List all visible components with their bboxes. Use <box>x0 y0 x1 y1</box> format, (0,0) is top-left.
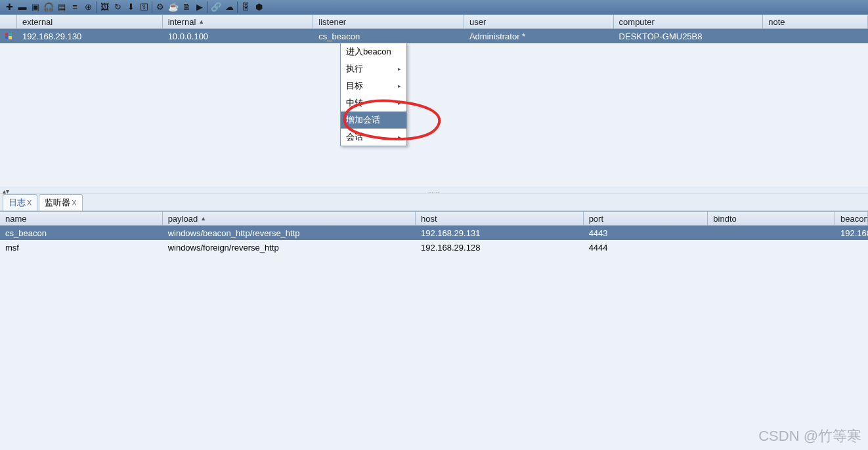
cell-name: msf <box>0 241 163 254</box>
tab-listeners[interactable]: 监听器X <box>39 194 82 211</box>
cell-payload: windows/foreign/reverse_http <box>163 241 416 254</box>
col-bindto[interactable]: bindto <box>708 212 835 225</box>
main-toolbar: ✚ ▬ ▣ 🎧 ▤ ≡ ⊕ 🖼 ↻ ⬇ ⚿ ⚙ ☕ 🗎 ▶ 🔗 ☁ 🗄 ⬢ <box>0 0 868 14</box>
cell-name: cs_beacon <box>0 227 163 239</box>
sessions-header: external internal▲ listener user compute… <box>0 14 868 29</box>
link-icon[interactable]: 🔗 <box>209 1 223 14</box>
cell-computer: DESKTOP-GMU25B8 <box>614 30 764 43</box>
session-context-menu: 进入beacon 执行▸ 目标▸ 中转▸ 增加会话 会话▸ <box>340 43 407 146</box>
col-note[interactable]: note <box>763 15 868 28</box>
bars-icon[interactable]: ≡ <box>68 1 81 14</box>
sort-asc-icon: ▲ <box>198 18 204 25</box>
ctx-enter-beacon[interactable]: 进入beacon <box>341 43 406 60</box>
headphone-icon[interactable]: 🎧 <box>42 1 55 14</box>
image-icon[interactable]: 🖼 <box>98 1 111 14</box>
svg-rect-1 <box>9 33 12 35</box>
square-icon[interactable]: ▣ <box>29 1 42 14</box>
chevron-icon[interactable]: ▴▾ <box>3 188 9 195</box>
download-icon[interactable]: ⬇ <box>124 1 137 14</box>
cell-port: 4443 <box>584 227 708 239</box>
cell-external: 192.168.29.130 <box>17 30 163 43</box>
listeners-table[interactable]: cs_beacon windows/beacon_http/reverse_ht… <box>0 226 868 450</box>
document-icon[interactable]: 🗎 <box>180 1 193 14</box>
cell-internal: 10.0.0.100 <box>163 30 314 43</box>
listeners-header: name payload▲ host port bindto beacon <box>0 211 868 226</box>
sort-asc-icon: ▲ <box>200 215 206 222</box>
list-icon[interactable]: ▤ <box>55 1 68 14</box>
refresh-icon[interactable]: ↻ <box>111 1 124 14</box>
cloud-icon[interactable]: ☁ <box>223 1 236 14</box>
col-computer[interactable]: computer <box>614 15 764 28</box>
svg-rect-3 <box>9 36 12 39</box>
cube-icon[interactable]: ⬢ <box>252 1 265 14</box>
cell-beacon: 192.168 <box>835 227 868 239</box>
chevron-right-icon: ▸ <box>398 100 401 106</box>
col-port[interactable]: port <box>584 212 708 225</box>
cell-bindto <box>708 232 835 234</box>
toolbar-separator <box>237 1 238 13</box>
sessions-table[interactable]: 192.168.29.130 10.0.0.100 cs_beacon Admi… <box>0 29 868 188</box>
coffee-icon[interactable]: ☕ <box>167 1 180 14</box>
cell-bindto <box>708 246 835 249</box>
col-user[interactable]: user <box>464 15 614 28</box>
col-internal[interactable]: internal▲ <box>163 15 314 28</box>
terminal-icon[interactable]: ▶ <box>193 1 206 14</box>
key-icon[interactable]: ⚿ <box>137 1 150 14</box>
ctx-pivot[interactable]: 中转▸ <box>341 94 406 112</box>
chevron-right-icon: ▸ <box>398 134 401 140</box>
cell-user: Administrator * <box>464 30 614 43</box>
windows-os-icon <box>0 30 17 42</box>
cell-host: 192.168.29.128 <box>416 241 584 254</box>
cell-beacon <box>835 246 868 249</box>
svg-rect-0 <box>5 33 8 36</box>
plus-icon[interactable]: ✚ <box>3 1 16 14</box>
toolbar-separator <box>152 1 152 13</box>
gear-icon[interactable]: ⚙ <box>154 1 167 14</box>
bottom-tabs: 日志X 监听器X <box>0 194 868 211</box>
col-host[interactable]: host <box>416 212 584 225</box>
ctx-session[interactable]: 会话▸ <box>341 129 406 146</box>
col-listener[interactable]: listener <box>313 15 464 28</box>
table-row[interactable]: cs_beacon windows/beacon_http/reverse_ht… <box>0 226 868 240</box>
ctx-spawn-session[interactable]: 增加会话 <box>341 112 406 129</box>
target-icon[interactable]: ⊕ <box>81 1 95 14</box>
close-icon[interactable]: X <box>27 199 32 207</box>
pane-splitter[interactable]: ▴▾ ⋯⋯ <box>0 188 868 194</box>
col-external[interactable]: external <box>17 15 163 28</box>
table-row[interactable]: msf windows/foreign/reverse_http 192.168… <box>0 240 868 255</box>
cell-listener: cs_beacon <box>313 30 464 43</box>
cell-note <box>763 35 868 37</box>
table-row[interactable]: 192.168.29.130 10.0.0.100 cs_beacon Admi… <box>0 29 868 43</box>
toolbar-separator <box>96 1 97 13</box>
minus-icon[interactable]: ▬ <box>16 1 29 14</box>
ctx-execute[interactable]: 执行▸ <box>341 60 406 77</box>
ctx-target[interactable]: 目标▸ <box>341 77 406 94</box>
svg-rect-2 <box>5 36 8 39</box>
close-icon[interactable]: X <box>72 199 76 207</box>
cell-host: 192.168.29.131 <box>416 227 584 239</box>
col-name[interactable]: name <box>0 212 163 225</box>
toolbar-separator <box>207 1 208 13</box>
chevron-right-icon: ▸ <box>398 66 401 72</box>
col-payload[interactable]: payload▲ <box>163 212 416 225</box>
chevron-right-icon: ▸ <box>398 83 401 89</box>
server-icon[interactable]: 🗄 <box>239 1 252 14</box>
cell-payload: windows/beacon_http/reverse_http <box>163 227 416 239</box>
cell-port: 4444 <box>584 241 708 254</box>
tab-log[interactable]: 日志X <box>3 194 37 211</box>
col-beacon[interactable]: beacon <box>835 212 868 225</box>
splitter-grip-icon: ⋯⋯ <box>428 190 440 195</box>
